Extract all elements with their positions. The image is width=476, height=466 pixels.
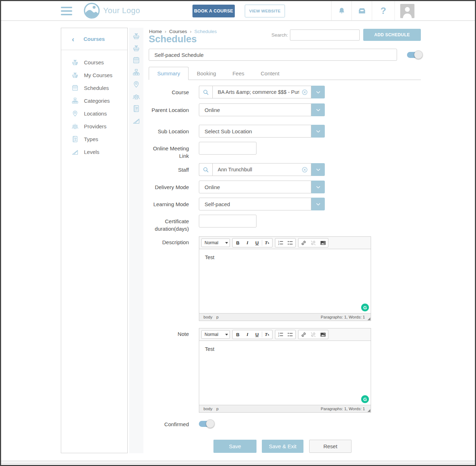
courses-icon[interactable] <box>132 32 141 40</box>
locations-icon[interactable] <box>132 80 141 89</box>
add-schedule-button[interactable]: ADD SCHEDULE <box>363 29 421 41</box>
schedule-enabled-toggle[interactable] <box>407 52 421 58</box>
search-input[interactable] <box>290 30 360 41</box>
parent-location-select[interactable]: Online <box>199 103 325 116</box>
remove-format-icon[interactable]: Tx <box>262 239 272 247</box>
link-icon[interactable] <box>299 239 308 247</box>
format-dropdown[interactable]: Normal <box>201 239 230 247</box>
image-icon[interactable] <box>318 239 328 247</box>
schedule-name-input[interactable] <box>149 49 397 61</box>
resize-handle[interactable] <box>367 409 370 412</box>
delivery-mode-row: Delivery Mode Online <box>149 181 325 193</box>
avatar[interactable] <box>400 4 414 18</box>
book-a-course-button[interactable]: BOOK A COURSE <box>192 5 235 17</box>
save-exit-button[interactable]: Save & Exit <box>262 440 303 453</box>
learning-mode-dropdown-button[interactable] <box>311 198 325 210</box>
link-icon[interactable] <box>299 331 308 338</box>
hamburger-menu-icon[interactable] <box>61 7 72 15</box>
view-website-button[interactable]: VIEW WEBSITE <box>245 5 285 17</box>
sidebar-item-courses[interactable]: Courses <box>61 56 127 69</box>
help-button[interactable]: ? <box>372 1 395 20</box>
grammarly-badge-icon[interactable]: G <box>361 395 369 403</box>
notifications-button[interactable] <box>331 1 351 20</box>
delivery-mode-dropdown-button[interactable] <box>311 181 325 193</box>
course-search-button[interactable] <box>199 86 212 98</box>
parent-location-dropdown-button[interactable] <box>311 103 325 116</box>
resize-handle[interactable] <box>367 317 370 320</box>
logo-mountain-icon <box>83 2 100 19</box>
staff-dropdown-button[interactable] <box>311 163 325 176</box>
providers-icon[interactable] <box>132 92 141 101</box>
bullet-list-icon[interactable] <box>285 239 295 247</box>
sidebar-item-levels[interactable]: Levels <box>61 145 127 158</box>
schedules-icon[interactable] <box>132 56 141 64</box>
sidebar-item-locations[interactable]: Locations <box>61 107 127 120</box>
staff-value-field[interactable]: Ann Trunchbull <box>212 163 311 176</box>
breadcrumb-schedules: Schedules <box>194 29 217 34</box>
sidebar-item-categories[interactable]: Categories <box>61 94 127 107</box>
image-icon[interactable] <box>318 331 328 338</box>
description-content[interactable]: Test G <box>199 249 371 313</box>
grammarly-badge-icon[interactable]: G <box>361 304 369 311</box>
underline-icon[interactable]: U <box>252 331 262 338</box>
course-value-field[interactable]: BA Arts &amp; commerce $$$ - Puri <box>212 86 311 98</box>
clear-course-icon[interactable] <box>302 89 308 95</box>
inbox-button[interactable] <box>351 1 372 20</box>
tab-fees[interactable]: Fees <box>224 67 252 80</box>
horizontal-scrollbar[interactable] <box>1 461 475 464</box>
path-body[interactable]: body <box>203 407 212 411</box>
my-courses-icon[interactable] <box>132 44 141 52</box>
description-text: Test <box>205 255 365 260</box>
chevron-down-icon <box>316 90 321 95</box>
reset-button[interactable]: Reset <box>309 440 351 453</box>
learning-mode-select[interactable]: Self-paced <box>199 198 325 210</box>
ordered-list-icon[interactable]: 12 <box>276 239 285 247</box>
italic-icon[interactable]: I <box>243 331 252 338</box>
path-body[interactable]: body <box>203 315 212 319</box>
sub-location-value: Select Sub Location <box>199 125 311 138</box>
sub-location-dropdown-button[interactable] <box>311 125 325 138</box>
bullet-list-icon[interactable] <box>285 331 295 338</box>
format-dropdown[interactable]: Normal <box>201 330 230 339</box>
breadcrumb-home[interactable]: Home <box>149 29 166 34</box>
sub-location-select[interactable]: Select Sub Location <box>199 125 325 138</box>
delivery-mode-value: Online <box>199 181 311 193</box>
tab-summary[interactable]: Summary <box>149 67 189 80</box>
tab-booking[interactable]: Booking <box>189 67 224 80</box>
clear-staff-icon[interactable] <box>302 167 308 173</box>
chevron-down-icon <box>316 202 321 207</box>
path-p[interactable]: p <box>216 407 218 411</box>
certificate-duration-input[interactable] <box>199 215 256 227</box>
breadcrumb-courses[interactable]: Courses <box>169 29 192 34</box>
course-dropdown-button[interactable] <box>311 86 325 98</box>
providers-icon <box>71 122 79 130</box>
path-p[interactable]: p <box>216 315 218 319</box>
sidebar-item-schedules[interactable]: Schedules <box>61 81 127 94</box>
confirmed-toggle[interactable] <box>199 421 213 427</box>
note-content[interactable]: Test G <box>199 341 371 405</box>
underline-icon[interactable]: U <box>252 239 262 247</box>
logo[interactable]: Your Logo <box>83 2 140 19</box>
staff-search-button[interactable] <box>199 163 212 176</box>
insert-group <box>298 238 328 247</box>
sidebar-item-providers[interactable]: Providers <box>61 120 127 133</box>
ordered-list-icon[interactable]: 12 <box>276 331 285 338</box>
schedules-icon <box>71 84 79 92</box>
remove-format-icon[interactable]: Tx <box>262 331 272 338</box>
levels-icon[interactable] <box>132 116 141 125</box>
chevron-down-icon <box>316 129 321 134</box>
bold-icon[interactable]: B <box>233 239 243 247</box>
save-button[interactable]: Save <box>213 440 256 453</box>
sidebar-item-types[interactable]: Types <box>61 133 127 145</box>
delivery-mode-select[interactable]: Online <box>199 181 325 193</box>
sidebar-item-my-courses[interactable]: My Courses <box>61 69 127 81</box>
categories-icon[interactable] <box>132 68 141 76</box>
types-icon[interactable] <box>132 104 141 113</box>
sidebar-back-header[interactable]: Courses <box>61 28 127 50</box>
meeting-link-input[interactable] <box>199 142 256 155</box>
tab-content[interactable]: Content <box>253 67 288 80</box>
italic-icon[interactable]: I <box>243 239 252 247</box>
sidebar-item-label: Categories <box>84 98 110 104</box>
bold-icon[interactable]: B <box>233 331 243 338</box>
my-courses-icon <box>71 71 79 79</box>
